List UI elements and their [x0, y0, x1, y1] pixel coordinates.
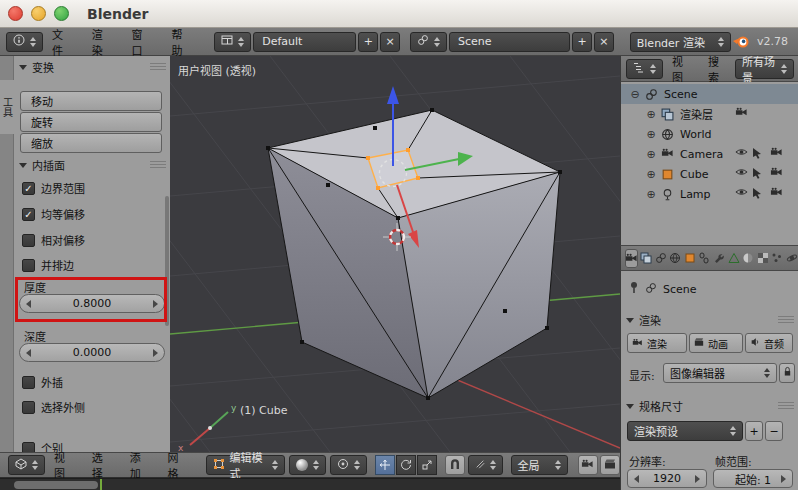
checkbox-box[interactable] — [22, 401, 35, 414]
current-frame-indicator[interactable] — [100, 479, 102, 490]
restrict-render-icon[interactable] — [770, 167, 785, 181]
outliner-item-camera[interactable]: ⊕ Camera — [621, 144, 798, 164]
checkbox-box[interactable]: ✓ — [22, 208, 35, 221]
panel-dimensions-header[interactable]: 规格尺寸 — [626, 397, 794, 415]
preset-add-button[interactable]: + — [745, 421, 763, 441]
tab-object[interactable] — [684, 249, 697, 268]
outliner-menu-view[interactable]: 视图 — [663, 53, 699, 85]
resolution-x-field[interactable]: 1920 — [627, 469, 707, 488]
titlebar[interactable]: Blender — [0, 0, 798, 28]
outliner-item-cube[interactable]: ⊕ Cube — [621, 164, 798, 184]
expander-icon[interactable]: ⊕ — [645, 128, 657, 141]
menu-add[interactable]: 添加 — [121, 449, 159, 481]
outliner-item-scene[interactable]: ⊖ Scene — [621, 84, 798, 104]
offset-even-checkbox[interactable]: ✓ 均等偏移 — [22, 206, 85, 222]
restrict-view-icon[interactable] — [735, 187, 750, 201]
expander-icon[interactable]: ⊕ — [645, 188, 657, 201]
panel-grip-icon[interactable] — [778, 316, 794, 325]
expander-icon[interactable]: ⊕ — [645, 148, 657, 161]
tab-render-layers[interactable] — [640, 249, 653, 268]
timeline-strip[interactable] — [0, 478, 620, 490]
slider-decrease-icon[interactable] — [26, 300, 31, 308]
outliner-item-renderlayers[interactable]: ⊕ 渲染层 — [621, 104, 798, 124]
viewport-3d[interactable]: y x 用户视图 (透视) (1) Cube — [170, 56, 620, 452]
checkbox-box[interactable]: ✓ — [22, 182, 35, 195]
rotate-button[interactable]: 旋转 — [20, 112, 162, 132]
screen-layout-icon-button[interactable] — [214, 32, 251, 52]
snap-toggle-button[interactable] — [445, 455, 465, 475]
panel-render-header[interactable]: 渲染 — [626, 311, 794, 329]
viewport-canvas[interactable]: y x — [170, 56, 620, 452]
offset-relative-checkbox[interactable]: 相对偏移 — [22, 232, 85, 248]
lock-button[interactable] — [779, 363, 795, 383]
window-close-button[interactable] — [8, 6, 23, 21]
slider-decrease-icon[interactable] — [26, 349, 31, 357]
restrict-view-icon[interactable] — [735, 167, 750, 181]
scale-manipulator-button[interactable] — [417, 455, 437, 475]
timeline-scrollbar[interactable] — [14, 481, 98, 489]
pin-icon[interactable] — [629, 281, 639, 297]
rotate-manipulator-button[interactable] — [396, 455, 416, 475]
screen-layout-add-button[interactable]: + — [358, 32, 378, 52]
menu-mesh[interactable]: 网格 — [159, 449, 197, 481]
thickness-slider[interactable]: 0.8000 — [19, 294, 165, 313]
tab-particles[interactable] — [771, 249, 784, 268]
tab-object-data[interactable] — [727, 249, 740, 268]
tab-modifiers[interactable] — [713, 249, 726, 268]
menu-help[interactable]: 帮助 — [162, 26, 202, 58]
viewport-shading-dropdown[interactable] — [289, 455, 326, 475]
menu-render[interactable]: 渲染 — [83, 26, 123, 58]
translate-manipulator-button[interactable] — [375, 455, 395, 475]
select-outer-checkbox[interactable]: 选择外侧 — [22, 399, 85, 415]
breadcrumb-scene[interactable]: Scene — [663, 283, 697, 296]
depth-slider[interactable]: 0.0000 — [19, 343, 165, 362]
checkbox-box[interactable] — [22, 234, 35, 247]
menu-select[interactable]: 选择 — [83, 449, 121, 481]
panel-grip-icon[interactable] — [150, 63, 166, 72]
scene-delete-button[interactable]: × — [594, 32, 614, 52]
transform-orientation-dropdown[interactable]: 全局 — [511, 455, 568, 475]
restrict-select-icon[interactable] — [752, 147, 767, 161]
scale-button[interactable]: 缩放 — [20, 133, 162, 153]
menu-window[interactable]: 窗口 — [123, 26, 163, 58]
menu-file[interactable]: 文件 — [43, 26, 83, 58]
render-still-button[interactable]: 渲染 — [627, 333, 687, 353]
move-button[interactable]: 移动 — [20, 91, 162, 111]
slider-increase-icon[interactable] — [153, 300, 158, 308]
window-minimize-button[interactable] — [31, 6, 46, 21]
tab-constraints[interactable] — [698, 249, 711, 268]
outset-checkbox[interactable]: 外插 — [22, 374, 63, 390]
restrict-render-icon[interactable] — [735, 107, 750, 121]
frame-start-field[interactable]: 起始: 1 — [713, 469, 793, 488]
edge-rail-checkbox[interactable]: 并排边 — [22, 257, 74, 273]
tab-texture[interactable] — [756, 249, 769, 268]
expander-icon[interactable]: ⊖ — [629, 88, 641, 101]
tool-shelf-tab-tools[interactable]: 工具 — [0, 80, 14, 134]
restrict-render-icon[interactable] — [770, 187, 785, 201]
scene-name-field[interactable]: Scene — [449, 32, 570, 52]
restrict-render-icon[interactable] — [770, 147, 785, 161]
tab-world[interactable] — [669, 249, 682, 268]
expander-icon[interactable]: ⊕ — [645, 168, 657, 181]
preset-remove-button[interactable]: − — [765, 421, 783, 441]
editor-type-button[interactable] — [6, 32, 43, 52]
display-dropdown[interactable]: 图像编辑器 — [663, 363, 777, 383]
screen-layout-field[interactable]: Default — [253, 32, 356, 52]
outliner-item-lamp[interactable]: ⊕ Lamp — [621, 184, 798, 204]
checkbox-box[interactable] — [22, 259, 35, 272]
snap-element-dropdown[interactable] — [468, 455, 503, 475]
editor-type-button[interactable] — [8, 455, 45, 475]
tab-scene[interactable] — [655, 249, 668, 268]
opengl-render-anim-button[interactable] — [600, 455, 620, 475]
render-animation-button[interactable]: 动画 — [689, 333, 743, 353]
checkbox-box[interactable] — [22, 442, 35, 453]
scene-add-button[interactable]: + — [572, 32, 592, 52]
outliner-item-world[interactable]: ⊕ World — [621, 124, 798, 144]
panel-grip-icon[interactable] — [150, 161, 166, 170]
display-mode-dropdown[interactable]: 所有场景 — [735, 59, 794, 79]
panel-grip-icon[interactable] — [778, 402, 794, 411]
window-maximize-button[interactable] — [54, 6, 69, 21]
tool-shelf-scrollbar[interactable] — [165, 196, 169, 326]
scene-icon-button[interactable] — [410, 32, 447, 52]
menu-view[interactable]: 视图 — [45, 449, 83, 481]
